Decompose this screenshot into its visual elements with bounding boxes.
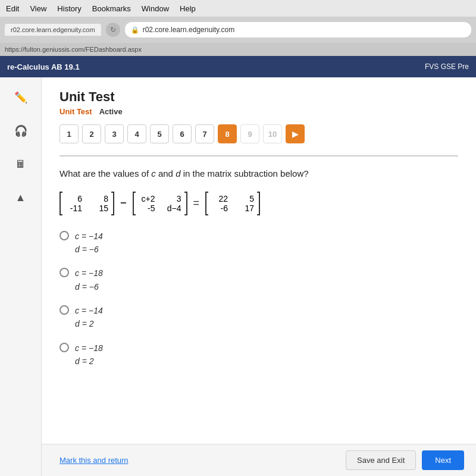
radio-c[interactable] [60,305,69,315]
m2-r2-c2: d−4 [165,203,181,213]
q-btn-9[interactable]: 9 [240,124,259,143]
q-btn-next-arrow[interactable]: ▶ [286,124,305,143]
page-title: Unit Test [60,89,458,105]
answer-c-line2: d = 2 [75,317,103,330]
question-text: What are the values of c and d in the ma… [60,167,458,181]
q-btn-10[interactable]: 10 [263,124,282,143]
matrix-1: 6 8 -11 15 [60,192,114,215]
matrix-3-row2: -6 17 [211,203,254,213]
sidebar-arrow-up-icon[interactable]: ▲ [10,187,32,208]
menu-view[interactable]: View [30,4,46,13]
sidebar-headphones-icon[interactable]: 🎧 [10,120,32,142]
answer-options: c = −14 d = −6 c = −18 d = −6 c = −14 [60,230,458,368]
matrix-3-row1: 22 5 [211,194,254,203]
answer-d-line2: d = 2 [75,355,103,368]
answer-a-line1: c = −14 [75,230,103,243]
m3-r1-c1: 22 [211,194,228,203]
question-divider [60,155,458,156]
matrix-1-row1: 6 8 [65,194,108,203]
q-btn-5[interactable]: 5 [150,124,169,143]
matrix-2-row2: -5 d−4 [139,203,181,213]
m1-r1-c2: 8 [92,194,108,203]
m1-r1-c1: 6 [65,194,82,203]
menu-history[interactable]: History [57,4,81,13]
footer-bar: Mark this and return Save and Exit Next [42,444,476,476]
app-title: re-Calculus AB 19.1 [7,62,80,71]
menu-bookmarks[interactable]: Bookmarks [92,4,131,13]
footer-buttons: Save and Exit Next [346,450,464,470]
radio-d[interactable] [60,343,69,352]
app-header-right: FVS GSE Pre [425,62,469,71]
q-btn-4[interactable]: 4 [127,124,146,143]
lock-icon: 🔒 [131,26,139,34]
main-content: ✏️ 🎧 🖩 ▲ Unit Test Unit Test Active 1 2 … [0,77,476,476]
m1-r2-c1: -11 [65,203,82,213]
q-btn-7[interactable]: 7 [195,124,214,143]
page-subtitle: Unit Test Active [60,107,458,116]
m1-r2-c2: 15 [92,203,108,213]
refresh-button[interactable]: ↻ [106,23,120,37]
q-btn-3[interactable]: 3 [105,124,124,143]
matrix-3: 22 5 -6 17 [205,192,260,215]
matrix-container: 6 8 -11 15 − c+2 3 -5 [60,192,458,215]
matrix-1-row2: -11 15 [65,203,108,213]
scrollable-content: Unit Test Unit Test Active 1 2 3 4 5 6 7… [42,77,476,476]
menu-bar: Edit View History Bookmarks Window Help [0,0,476,17]
answer-option-d: c = −18 d = 2 [60,342,458,368]
answer-text-a: c = −14 d = −6 [75,230,103,256]
menu-window[interactable]: Window [142,4,169,13]
answer-text-b: c = −18 d = −6 [75,267,103,293]
question-text-p2: and [156,168,176,178]
question-nav: 1 2 3 4 5 6 7 8 9 10 ▶ [60,124,458,143]
answer-text-d: c = −18 d = 2 [75,342,103,368]
next-button[interactable]: Next [422,450,464,470]
q-btn-8[interactable]: 8 [218,124,237,143]
sidebar: ✏️ 🎧 🖩 ▲ [0,77,42,476]
answer-option-a: c = −14 d = −6 [60,230,458,256]
answer-b-line1: c = −18 [75,267,103,280]
matrix-2: c+2 3 -5 d−4 [133,192,187,215]
content-wrapper: Unit Test Unit Test Active 1 2 3 4 5 6 7… [42,77,476,476]
m3-r2-c2: 17 [237,203,254,213]
browser-chrome: r02.core.learn.edgenuity.com ↻ 🔒 r02.cor… [0,17,476,43]
mark-return-link[interactable]: Mark this and return [60,456,129,465]
question-text-p3: in the matrix subtraction below? [180,168,308,178]
sidebar-calculator-icon[interactable]: 🖩 [10,154,32,175]
address-text: r02.core.learn.edgenuity.com [143,26,235,34]
m3-r2-c1: -6 [211,203,228,213]
matrix-2-row1: c+2 3 [139,194,181,203]
url-row: https://fulton.geniussis.com/FEDashboard… [0,43,476,56]
var-c: c [151,168,156,178]
answer-d-line1: c = −18 [75,342,103,355]
radio-b[interactable] [60,268,69,277]
matrix-op: − [118,197,129,209]
answer-option-c: c = −14 d = 2 [60,304,458,331]
m2-r1-c2: 3 [165,194,181,203]
app-header: re-Calculus AB 19.1 FVS GSE Pre [0,56,476,77]
address-bar[interactable]: 🔒 r02.core.learn.edgenuity.com [125,22,471,37]
q-btn-6[interactable]: 6 [173,124,192,143]
question-text-p1: What are the values of [60,168,151,178]
answer-b-line2: d = −6 [75,280,103,293]
m2-r1-c1: c+2 [139,194,155,203]
menu-edit[interactable]: Edit [6,4,19,13]
answer-a-line2: d = −6 [75,243,103,256]
subtitle-link[interactable]: Unit Test [60,107,92,116]
m3-r1-c2: 5 [237,194,254,203]
tab-label: r02.core.learn.edgenuity.com [11,26,95,33]
answer-option-b: c = −18 d = −6 [60,267,458,293]
secondary-url: https://fulton.geniussis.com/FEDashboard… [5,46,142,53]
radio-a[interactable] [60,231,69,240]
menu-help[interactable]: Help [180,4,196,13]
browser-tab[interactable]: r02.core.learn.edgenuity.com [5,24,101,36]
m2-r2-c1: -5 [139,203,155,213]
matrix-eq: = [191,197,202,209]
sidebar-pencil-icon[interactable]: ✏️ [10,87,32,108]
q-btn-2[interactable]: 2 [82,124,101,143]
answer-c-line1: c = −14 [75,304,103,317]
q-btn-1[interactable]: 1 [60,124,79,143]
answer-text-c: c = −14 d = 2 [75,304,103,331]
save-exit-button[interactable]: Save and Exit [346,450,416,470]
subtitle-status: Active [99,107,123,116]
